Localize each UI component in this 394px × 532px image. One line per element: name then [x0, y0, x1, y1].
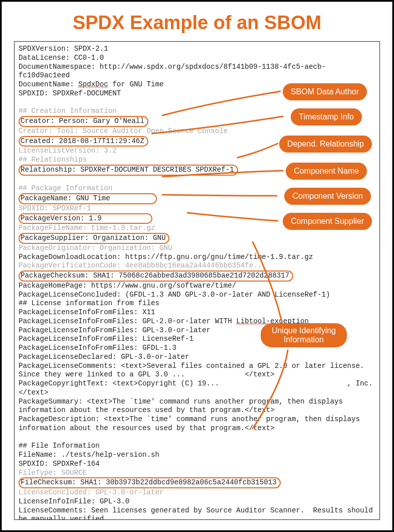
line-pkg-licconcl: PackageLicenseConcluded: (GFDL-1.3 AND G…	[19, 291, 330, 299]
line-pkg-summary: PackageSummary: <text>The `time' command…	[19, 397, 347, 415]
highlight-pkgversion: PackageVersion: 1.9	[19, 213, 152, 224]
line-plif4: PackageLicenseInfoFromFiles: LicenseRef-…	[19, 335, 193, 343]
line-docname-u: SpdxDoc	[78, 80, 108, 88]
line-pkg-home: PackageHomePage: https://www.gnu.org/sof…	[19, 282, 236, 290]
line-pkg-spdxid: SPDXID: SPDXRef-1	[19, 204, 91, 212]
line-pkg-originator: PackageOriginator: Organization: GNU	[19, 244, 172, 252]
highlight-created: Created: 2018-08-17T11:29:46Z	[19, 136, 148, 147]
line-licinfoinfile: LicenseInfoInFile: GPL-3.0	[19, 497, 129, 505]
line-docname-post: for GNU Time	[108, 80, 164, 88]
line-file-spdxid: SPDXID: SPDXRef-164	[19, 460, 100, 468]
line-pkg-verif: PackageVerificationCode: 4ee8abb8bc16eaa…	[19, 261, 266, 270]
label-uid: Unique Identifying Information	[261, 323, 347, 347]
highlight-relationship: Relationship: SPDXRef-DOCUMENT DESCRIBES…	[19, 165, 238, 176]
highlight-pkgname: PackageName: GNU Time	[19, 193, 157, 204]
line-plif5: PackageLicenseInfoFromFiles: GFDL-1.3	[19, 344, 176, 352]
line-filetype: FileType: SOURCE	[19, 469, 87, 477]
document-frame: SPDX Example of an SBOM SPDXVersion: SPD…	[2, 2, 392, 530]
highlight-filechecksum: FileChecksum: SHA1: 30b3973b22ddbcd9e898…	[19, 477, 281, 488]
line-creator-tool: Creator: Tool: Source Auditor Open Sourc…	[19, 127, 228, 135]
line-liccomments: LicenseComments: Seen licenses generated…	[19, 506, 377, 520]
page-title: SPDX Example of an SBOM	[2, 2, 392, 41]
label-timestamp: Timestamp Info	[291, 108, 362, 125]
label-relationship: Depend. Relationship	[279, 136, 372, 153]
line-licconcluded: LicenseConcluded: GPL-3.0-or-later	[19, 488, 163, 496]
section-creation: ## Creation Information	[19, 107, 117, 115]
line-datalicense: DataLicense: CC0-1.0	[19, 54, 104, 62]
line-docname-pre: DocumentName:	[19, 80, 78, 88]
line-pkg-licdecl: PackageLicenseDeclared: GPL-3.0-or-later	[19, 353, 189, 361]
line-pkg-copy: PackageCopyrightText: <text>Copyright (C…	[19, 379, 373, 396]
label-compversion: Component Version	[284, 188, 371, 205]
label-compsupplier: Component Supplier	[283, 213, 372, 230]
highlight-pkgchecksum: PackageChecksum: SHA1: 75068c26abbed3ad3…	[19, 271, 293, 282]
line-liclistver: LicenseListVersion: 3.2	[19, 147, 117, 155]
highlight-creator: Creator: Person: Gary O'Neall	[19, 116, 148, 127]
line-spdxid: SPDXID: SPDXRef-DOCUMENT	[19, 89, 121, 97]
line-pkg-liccomm: PackageLicenseComments: <text>Several fi…	[19, 362, 373, 379]
line-version: SPDXVersion: SPDX-2.1	[19, 45, 108, 53]
section-file: ## File Information	[19, 442, 100, 450]
section-licfiles: ## License information from files	[19, 299, 159, 307]
line-filename: FileName: ./tests/help-version.sh	[19, 451, 159, 459]
line-pkg-download: PackageDownloadLocation: https://ftp.gnu…	[19, 253, 313, 261]
line-pkg-filename: PackageFileName: time-1.9.tar.gz	[19, 224, 155, 232]
line-namespace: DocumentNamespace: http://www.spdx.org/s…	[19, 63, 326, 80]
line-plif1: PackageLicenseInfoFromFiles: X11	[19, 308, 155, 316]
label-compname: Component Name	[286, 163, 367, 180]
line-plif3: PackageLicenseInfoFromFiles: GPL-3.0-or-…	[19, 326, 211, 334]
section-relationships: ## Relationships	[19, 156, 87, 164]
label-author: SBOM Data Author	[283, 83, 367, 100]
section-package: ## Package Information	[19, 184, 112, 192]
line-plif2a: PackageLicenseInfoFromFiles: GPL-2.0-or-…	[19, 317, 236, 325]
highlight-pkgsupplier: PackageSupplier: Organization: GNU	[19, 233, 169, 244]
line-pkg-desc: PackageDescription: <text>The `time' com…	[19, 415, 364, 432]
